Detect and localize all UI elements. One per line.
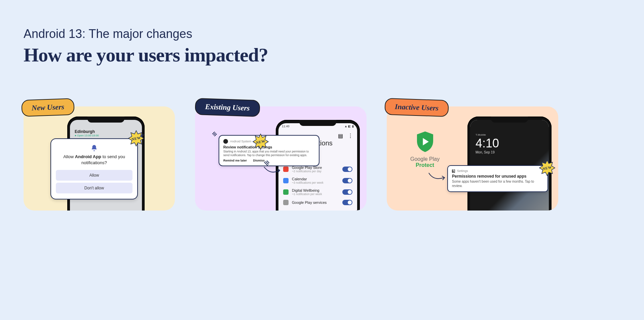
new-burst-badge: NEW — [539, 159, 556, 176]
arrow-icon — [427, 170, 447, 185]
new-burst-badge: NEW — [252, 133, 269, 150]
app-list-item[interactable]: Digital Wellbeing ~1 notification per we… — [283, 186, 352, 198]
card-new-users-wrap: New Users Edinburgh ● Open 13:00-18:00 A… — [24, 106, 175, 211]
lock-time: 4:10 — [470, 136, 549, 150]
notif-title: Review notification settings — [223, 145, 315, 149]
more-icon[interactable]: ⋮ — [348, 133, 353, 139]
app-icon — [283, 178, 289, 183]
accent-lines-icon — [212, 131, 220, 140]
page-icon[interactable]: ▤ — [338, 133, 343, 139]
permission-dialog: Allow Android App to send you notificati… — [50, 138, 138, 199]
allow-button[interactable]: Allow — [56, 170, 132, 181]
app-icon — [283, 200, 289, 205]
app-subtitle: ~3 notifications per week — [292, 181, 339, 184]
google-play-protect: Google Play Protect — [410, 130, 440, 168]
app-list-item[interactable]: Calendar ~3 notifications per week — [283, 175, 352, 186]
cards-row: New Users Edinburgh ● Open 13:00-18:00 A… — [24, 106, 620, 211]
permissions-removed-notification[interactable]: Settings Permissions removed for unused … — [447, 165, 548, 192]
badge-inactive-users: Inactive Users — [384, 98, 449, 117]
phone-time: 11:40 — [282, 125, 290, 128]
notif-source: Android System — [230, 140, 252, 143]
notification-toggle[interactable] — [342, 178, 352, 183]
status-icons: ▲ ◧ ▮ — [344, 125, 354, 128]
accent-lines-icon — [262, 160, 270, 170]
app-name: Google Play services — [292, 200, 339, 204]
app-icon — [283, 167, 289, 172]
app-list-item[interactable]: Google Play services — [283, 198, 352, 207]
notification-toggle[interactable] — [342, 200, 352, 205]
notif-title: Permissions removed for unused apps — [452, 174, 543, 179]
app-name: Calendar — [292, 177, 339, 181]
dialog-message: Allow Android App to send you notificati… — [56, 154, 132, 166]
remind-later-button[interactable]: Remind me later — [223, 159, 247, 162]
card-existing-users-wrap: Existing Users 11:40▲ ◧ ▮ ← ▤ ⋮ App noti… — [195, 106, 367, 211]
bell-icon — [90, 144, 98, 152]
app-subtitle: ~1 notification per week — [292, 192, 339, 196]
card-inactive-users-wrap: Inactive Users Google Play Protect T-Mob… — [387, 106, 558, 211]
page-subtitle: Android 13: The major changes — [24, 27, 620, 41]
carrier-label: T-Mobile — [470, 133, 549, 136]
app-icon — [283, 189, 289, 195]
notif-body: Some apps haven't been used for a few mo… — [452, 179, 543, 188]
card-inactive-users: Google Play Protect T-Mobile 4:10 Mon, S… — [387, 106, 558, 211]
badge-new-users: New Users — [21, 98, 75, 117]
new-burst-badge: NEW — [128, 130, 145, 147]
notif-body: Starting in Android 13, apps that you in… — [223, 150, 315, 157]
app-subtitle: ~2 notifications per day — [292, 170, 339, 173]
notification-toggle[interactable] — [342, 189, 352, 195]
android-system-icon — [223, 139, 228, 144]
lock-date: Mon, Sep 19 — [470, 150, 549, 154]
settings-gear-icon — [452, 170, 455, 173]
app-name: Digital Wellbeing — [292, 188, 339, 192]
page-title: How are your users impacted? — [24, 44, 620, 66]
badge-existing-users: Existing Users — [195, 98, 260, 117]
dont-allow-button[interactable]: Don't allow — [56, 183, 132, 193]
play-protect-shield-icon — [413, 130, 437, 153]
notif-source: Settings — [457, 169, 468, 173]
notification-toggle[interactable] — [342, 167, 352, 172]
